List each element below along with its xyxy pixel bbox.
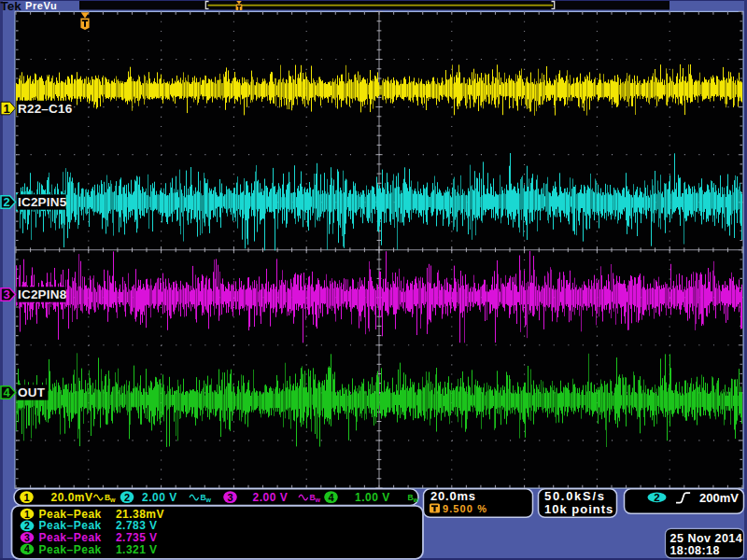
- svg-text:25 Nov 2014: 25 Nov 2014: [670, 532, 743, 545]
- svg-text:OUT: OUT: [18, 385, 46, 399]
- svg-text:2: 2: [3, 195, 9, 209]
- svg-text:Peak–Peak: Peak–Peak: [39, 543, 102, 556]
- svg-text:4: 4: [328, 492, 334, 503]
- svg-text:200mV: 200mV: [699, 491, 739, 505]
- svg-text:IC2PIN5: IC2PIN5: [18, 195, 67, 209]
- svg-text:PreVu: PreVu: [25, 0, 57, 11]
- svg-text:4: 4: [24, 543, 30, 554]
- svg-text:2.00 V: 2.00 V: [142, 491, 177, 504]
- svg-text:50.0kS/s: 50.0kS/s: [544, 489, 606, 503]
- svg-text:1: 1: [3, 102, 9, 116]
- svg-text:10k points: 10k points: [544, 502, 613, 516]
- svg-text:2: 2: [654, 492, 659, 503]
- svg-text:18:08:18: 18:08:18: [670, 544, 720, 557]
- svg-text:2: 2: [24, 520, 30, 531]
- svg-text:2.00 V: 2.00 V: [253, 491, 289, 504]
- svg-text:1.00 V: 1.00 V: [355, 491, 390, 504]
- svg-text:4: 4: [3, 385, 10, 399]
- svg-text:1: 1: [23, 492, 29, 503]
- svg-text:1: 1: [24, 509, 30, 520]
- svg-text:w: w: [315, 497, 321, 503]
- svg-text:1.321 V: 1.321 V: [116, 543, 158, 556]
- svg-text:w: w: [413, 497, 419, 503]
- svg-text:3: 3: [227, 492, 233, 503]
- svg-text:20.0mV: 20.0mV: [51, 491, 93, 504]
- svg-text:Tek: Tek: [1, 0, 22, 13]
- svg-text:IC2PIN8: IC2PIN8: [18, 287, 67, 301]
- svg-text:3: 3: [24, 532, 30, 543]
- svg-text:w: w: [205, 497, 212, 503]
- svg-text:3: 3: [3, 287, 9, 301]
- svg-text:9.500 %: 9.500 %: [443, 503, 487, 514]
- svg-text:w: w: [109, 497, 116, 503]
- svg-text:R22–C16: R22–C16: [18, 102, 73, 116]
- svg-text:2: 2: [124, 492, 130, 503]
- svg-text:20.0ms: 20.0ms: [430, 489, 476, 503]
